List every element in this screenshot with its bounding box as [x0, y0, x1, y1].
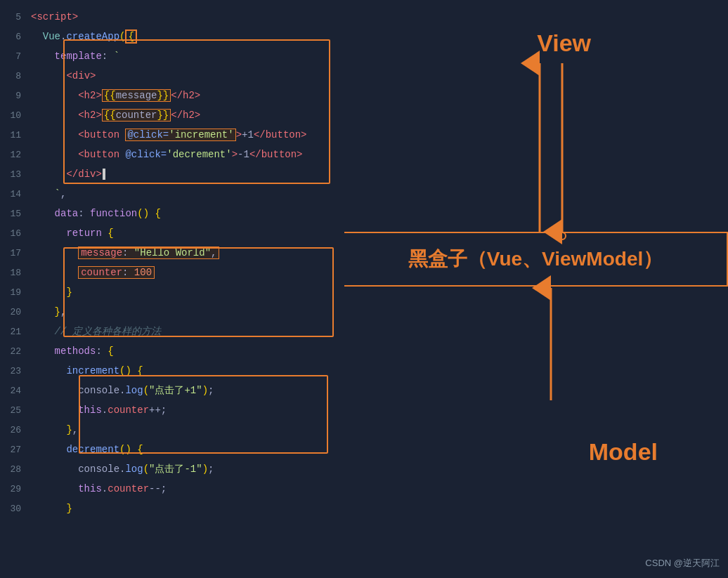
code-line-10: 10 <h2>{{counter}}</h2>: [0, 105, 728, 125]
code-line-20: 20 },: [0, 302, 728, 322]
code-line-15: 15 data: function() {: [0, 204, 728, 223]
code-line-7: 7 template: `: [0, 46, 728, 66]
code-line-9: 9 <h2>{{message}}</h2>: [0, 86, 728, 105]
code-line-6: 6 Vue.createApp({: [0, 27, 728, 46]
blackbox-panel: 黑盒子（Vue、ViewModel）: [344, 232, 728, 287]
code-line-22: 22 methods: {: [0, 341, 728, 361]
code-line-5: 5 <script>: [0, 7, 728, 27]
code-line-21: 21 // 定义各种各样的方法: [0, 322, 728, 341]
code-line-12: 12 <button @click='decrement'>-1</button…: [0, 145, 728, 164]
code-line-24: 24 console.log("点击了+1");: [0, 381, 728, 400]
watermark: CSDN @逆天阿江: [645, 557, 720, 570]
code-line-29: 29 this.counter--;: [0, 479, 728, 499]
code-line-26: 26 },: [0, 420, 728, 440]
code-line-25: 25 this.counter++;: [0, 400, 728, 420]
model-label: Model: [589, 438, 658, 466]
code-editor: 5 <script> 6 Vue.createApp({ 7 template:…: [0, 0, 728, 578]
view-label: View: [537, 29, 591, 57]
code-line-23: 23 increment() {: [0, 361, 728, 381]
code-line-30: 30 }: [0, 499, 728, 518]
code-line-11: 11 <button @click='increment'>+1</button…: [0, 125, 728, 145]
code-line-8: 8 <div>: [0, 66, 728, 86]
code-line-14: 14 `,: [0, 184, 728, 204]
code-line-13: 13 </div>: [0, 164, 728, 184]
